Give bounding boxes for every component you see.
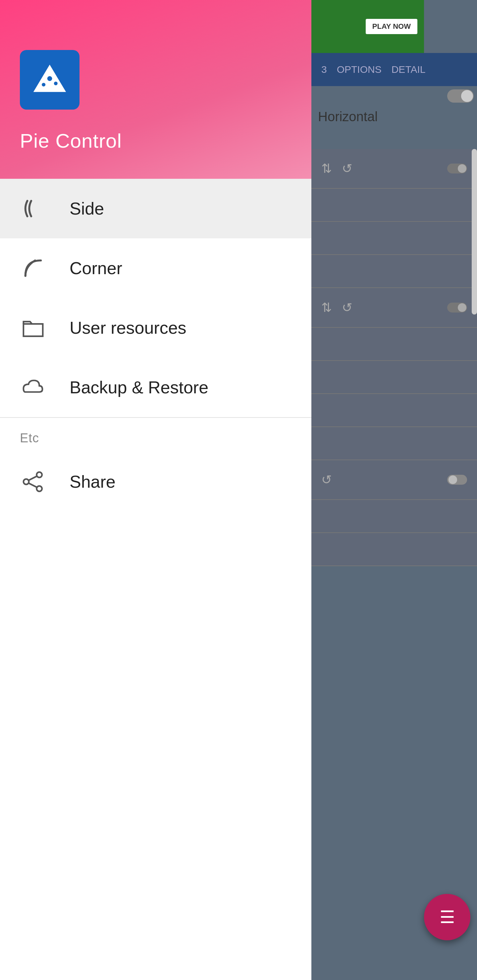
svg-point-6 — [37, 486, 42, 491]
app-icon — [20, 50, 80, 110]
right-content-area: ⇅ ↺ ⇅ ↺ ↺ — [311, 149, 477, 566]
folder-icon — [20, 315, 46, 341]
menu-item-side[interactable]: Side — [0, 179, 311, 239]
fab-button[interactable]: ☰ — [424, 894, 471, 940]
right-empty-5 — [311, 361, 477, 394]
menu-item-corner[interactable]: Corner — [0, 239, 311, 298]
right-empty-3 — [311, 255, 477, 288]
refresh-icon-3: ↺ — [321, 473, 332, 487]
svg-line-9 — [29, 484, 37, 487]
corner-icon — [20, 255, 46, 282]
sort-icon-2: ⇅ — [321, 300, 332, 315]
right-empty-6 — [311, 394, 477, 427]
row-toggle-thumb — [458, 164, 466, 173]
svg-point-3 — [54, 82, 57, 86]
right-empty-2 — [311, 222, 477, 255]
menu-item-share-label: Share — [70, 472, 116, 492]
row-toggle[interactable] — [447, 164, 467, 173]
right-empty-9 — [311, 533, 477, 566]
menu-item-share[interactable]: Share — [0, 452, 311, 512]
right-empty-7 — [311, 427, 477, 460]
svg-line-8 — [29, 476, 37, 480]
drawer-menu: Side Corner User resources — [0, 179, 311, 980]
menu-item-side-label: Side — [70, 199, 104, 218]
sort-icon: ⇅ — [321, 161, 332, 176]
right-empty-1 — [311, 189, 477, 222]
tab-options[interactable]: OPTIONS — [337, 64, 381, 75]
right-scrollbar[interactable] — [472, 149, 477, 315]
menu-item-backup-restore[interactable]: Backup & Restore — [0, 358, 311, 417]
right-row-3: ↺ — [311, 460, 477, 500]
pizza-icon — [32, 62, 68, 98]
svg-point-1 — [47, 76, 52, 81]
row-toggle-thumb-3 — [448, 476, 457, 484]
ad-banner: PLAY NOW — [311, 0, 424, 53]
right-row-1: ⇅ ↺ — [311, 149, 477, 189]
refresh-icon-2: ↺ — [342, 300, 353, 315]
row-toggle-2[interactable] — [447, 302, 467, 313]
menu-item-backup-restore-label: Backup & Restore — [70, 377, 208, 397]
share-icon — [20, 468, 46, 495]
side-icon — [20, 195, 46, 222]
tab-detail[interactable]: DETAIL — [392, 64, 426, 75]
cloud-icon — [20, 374, 46, 401]
horizontal-label: Horizontal — [318, 109, 378, 124]
app-name: Pie Control — [20, 129, 122, 152]
menu-item-user-resources-label: User resources — [70, 318, 187, 338]
menu-item-user-resources[interactable]: User resources — [0, 298, 311, 358]
drawer-header: Pie Control — [0, 0, 311, 179]
toggle-thumb — [461, 90, 473, 102]
section-header-etc: Etc — [0, 418, 311, 452]
row-toggle-3[interactable] — [447, 475, 467, 485]
right-empty-8 — [311, 500, 477, 533]
svg-point-7 — [24, 479, 29, 484]
menu-item-corner-label: Corner — [70, 258, 122, 278]
navigation-drawer: Pie Control Side Corner — [0, 0, 311, 980]
ad-play-button[interactable]: PLAY NOW — [366, 19, 417, 34]
svg-point-5 — [37, 472, 42, 477]
toggle-switch[interactable] — [447, 89, 474, 103]
row-toggle-thumb-2 — [458, 303, 466, 312]
tab-3[interactable]: 3 — [321, 64, 327, 75]
svg-point-2 — [42, 83, 45, 86]
right-tab-bar: 3 OPTIONS DETAIL — [311, 53, 477, 86]
menu-lines-icon: ☰ — [440, 908, 455, 926]
right-row-2: ⇅ ↺ — [311, 288, 477, 328]
right-empty-4 — [311, 328, 477, 361]
refresh-icon: ↺ — [342, 161, 353, 176]
